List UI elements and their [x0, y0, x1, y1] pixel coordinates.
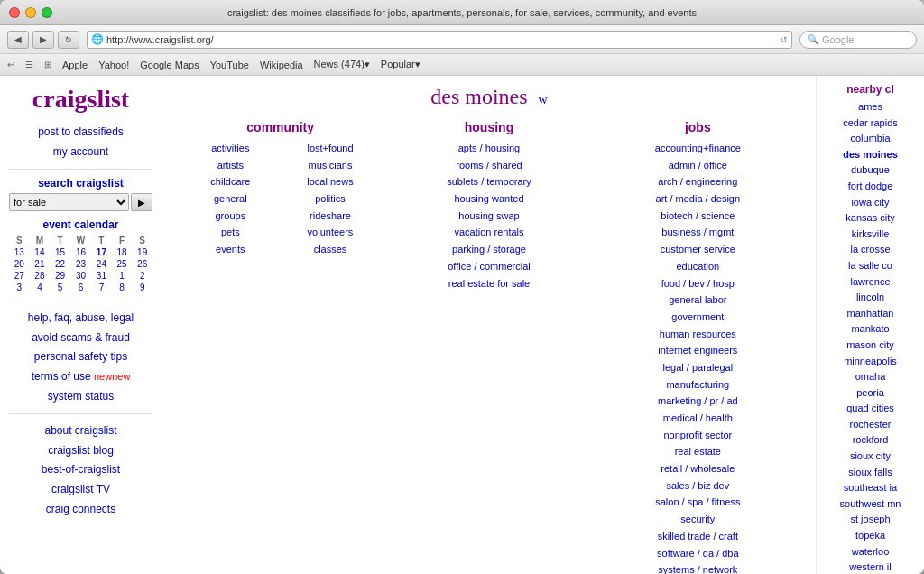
community-link[interactable]: activities: [180, 140, 281, 157]
nearby-city[interactable]: ames: [822, 99, 919, 116]
community-link[interactable]: events: [180, 241, 281, 258]
cal-day[interactable]: 9: [132, 282, 152, 293]
jobs-link[interactable]: food / bev / hosp: [598, 275, 798, 292]
safety-link[interactable]: personal safety tips: [9, 347, 152, 367]
cal-day[interactable]: 4: [30, 282, 51, 293]
community-link[interactable]: groups: [180, 208, 281, 225]
community-link[interactable]: musicians: [281, 157, 381, 174]
community-link[interactable]: local news: [281, 173, 381, 190]
jobs-link[interactable]: medical / health: [598, 410, 798, 427]
search-bar[interactable]: 🔍 Google: [799, 31, 917, 49]
community-link[interactable]: artists: [180, 157, 281, 174]
jobs-link[interactable]: systems / network: [598, 561, 798, 574]
city-link[interactable]: w: [539, 93, 548, 106]
bookmark-wikipedia[interactable]: Wikipedia: [260, 60, 303, 70]
jobs-link[interactable]: human resources: [598, 326, 798, 343]
maximize-button[interactable]: [42, 7, 52, 18]
community-link[interactable]: general: [180, 190, 281, 208]
nearby-city[interactable]: topeka: [822, 528, 919, 544]
community-link[interactable]: pets: [180, 224, 281, 241]
minimize-button[interactable]: [25, 7, 36, 18]
nearby-city[interactable]: iowa city: [822, 195, 919, 211]
cal-day[interactable]: 15: [50, 246, 70, 258]
best-of-link[interactable]: best-of-craigslist: [9, 460, 152, 480]
jobs-link[interactable]: salon / spa / fitness: [598, 494, 798, 511]
cal-day[interactable]: 21: [30, 258, 51, 270]
nearby-city[interactable]: southwest mn: [822, 496, 919, 513]
terms-link[interactable]: terms of use: [32, 370, 91, 383]
cal-day[interactable]: 31: [91, 270, 112, 282]
bookmark-apps[interactable]: ⊞: [44, 60, 51, 69]
nearby-city[interactable]: manhattan: [822, 306, 919, 322]
housing-link[interactable]: housing wanted: [389, 190, 588, 208]
community-link[interactable]: classes: [281, 241, 381, 258]
jobs-link[interactable]: business / mgmt: [598, 224, 798, 241]
cal-day[interactable]: 23: [70, 258, 91, 270]
nearby-city[interactable]: mankato: [822, 321, 919, 338]
close-button[interactable]: [9, 7, 20, 18]
cal-day[interactable]: 24: [91, 258, 112, 270]
nearby-city[interactable]: la crosse: [822, 242, 919, 258]
nearby-city[interactable]: lawrence: [822, 274, 919, 291]
nearby-city[interactable]: sioux city: [822, 449, 919, 465]
cal-day[interactable]: 1: [112, 270, 133, 282]
community-link[interactable]: childcare: [180, 173, 281, 190]
back-button[interactable]: ◀: [7, 31, 29, 49]
nearby-city[interactable]: peoria: [822, 385, 919, 402]
community-link[interactable]: politics: [281, 190, 381, 208]
housing-link[interactable]: apts / housing: [389, 140, 588, 157]
jobs-link[interactable]: nonprofit sector: [598, 427, 798, 444]
bookmark-youtube[interactable]: YouTube: [210, 60, 249, 70]
jobs-link[interactable]: accounting+finance: [598, 140, 798, 157]
nearby-city[interactable]: mason city: [822, 338, 919, 354]
housing-link[interactable]: sublets / temporary: [389, 173, 588, 190]
bookmark-news[interactable]: News (474)▾: [314, 59, 370, 70]
tv-link[interactable]: craigslist TV: [9, 480, 152, 500]
bookmark-back[interactable]: ↩: [7, 60, 14, 69]
jobs-link[interactable]: arch / engineering: [598, 173, 798, 190]
jobs-link[interactable]: retail / wholesale: [598, 460, 798, 477]
nearby-city[interactable]: waterloo: [822, 544, 919, 560]
housing-link[interactable]: rooms / shared: [389, 157, 588, 174]
help-link[interactable]: help, faq, abuse, legal: [9, 309, 152, 329]
jobs-link[interactable]: government: [598, 309, 798, 326]
bookmark-list[interactable]: ☰: [25, 60, 33, 69]
post-link[interactable]: post to classifieds: [9, 123, 152, 143]
cal-day[interactable]: 14: [30, 246, 51, 258]
search-select[interactable]: for sale: [9, 193, 129, 211]
nearby-city[interactable]: rockford: [822, 432, 919, 449]
blog-link[interactable]: craigslist blog: [9, 441, 152, 461]
craig-connects-link[interactable]: craig connects: [9, 500, 152, 520]
cal-day[interactable]: 30: [70, 270, 91, 282]
jobs-link[interactable]: marketing / pr / ad: [598, 393, 798, 410]
cal-day[interactable]: 3: [9, 282, 30, 293]
community-link[interactable]: lost+found: [281, 140, 381, 157]
cal-day[interactable]: 22: [50, 258, 70, 270]
cal-day[interactable]: 20: [9, 258, 30, 270]
jobs-link[interactable]: general labor: [598, 292, 798, 309]
cal-day[interactable]: 26: [132, 258, 152, 270]
bookmark-googlemaps[interactable]: Google Maps: [140, 60, 199, 70]
nearby-city[interactable]: southeast ia: [822, 480, 919, 496]
jobs-link[interactable]: education: [598, 258, 798, 275]
community-link[interactable]: volunteers: [281, 224, 381, 241]
system-status-link[interactable]: system status: [9, 387, 152, 407]
nearby-city[interactable]: st joseph: [822, 512, 919, 528]
search-go-button[interactable]: ▶: [131, 193, 152, 211]
reload-button[interactable]: ↻: [58, 31, 79, 49]
about-link[interactable]: about craigslist: [9, 421, 152, 441]
housing-link[interactable]: parking / storage: [389, 241, 588, 258]
nearby-city[interactable]: fort dodge: [822, 179, 919, 195]
jobs-link[interactable]: biotech / science: [598, 208, 798, 225]
jobs-link[interactable]: art / media / design: [598, 190, 798, 208]
nearby-city[interactable]: sioux falls: [822, 465, 919, 481]
nearby-city[interactable]: rochester: [822, 417, 919, 433]
housing-link[interactable]: housing swap: [389, 208, 588, 225]
nearby-city[interactable]: lincoln: [822, 290, 919, 306]
cal-day[interactable]: 28: [30, 270, 51, 282]
jobs-link[interactable]: security: [598, 511, 798, 528]
cal-day[interactable]: 29: [50, 270, 70, 282]
cal-day[interactable]: 27: [9, 270, 30, 282]
nearby-city[interactable]: minneapolis: [822, 354, 919, 370]
jobs-link[interactable]: internet engineers: [598, 342, 798, 359]
